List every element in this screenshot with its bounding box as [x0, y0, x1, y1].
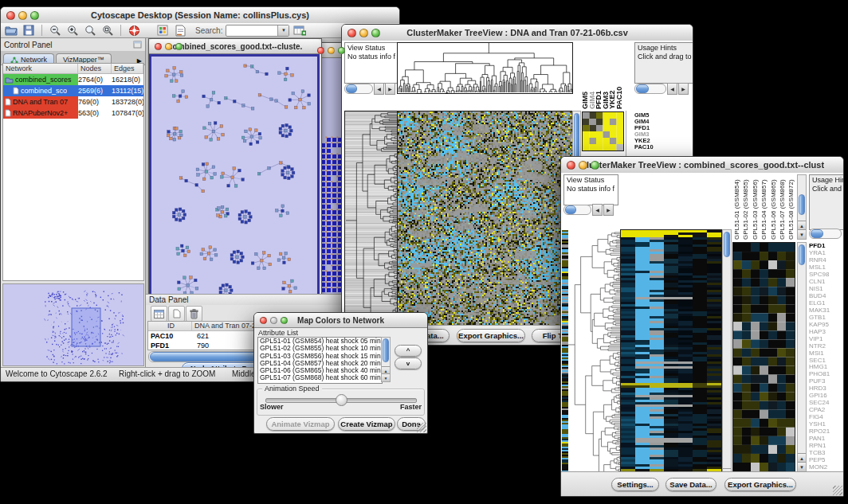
table-row[interactable]: DNA and Tran 07 769(0) 183728(0) — [3, 96, 143, 107]
network-overview-panel[interactable] — [2, 283, 144, 366]
attribute-select-button[interactable] — [151, 306, 167, 322]
zoom-icon[interactable] — [281, 317, 288, 324]
scroll-down-icon[interactable]: ▼ — [798, 229, 806, 239]
close-icon[interactable] — [347, 29, 356, 37]
move-up-button[interactable]: ^ — [395, 345, 422, 357]
minimize-icon[interactable] — [328, 47, 335, 54]
close-icon[interactable] — [155, 43, 162, 50]
settings-button[interactable]: Settings... — [611, 478, 659, 491]
usage-hints-scrollbar[interactable]: ◀ ▶ — [634, 83, 689, 95]
attribute-list-vscrollbar[interactable]: ▲ ▼ — [381, 337, 391, 382]
gene-labels[interactable]: PFD1YRA1RNR4MSL1SPC98CLN1NIS1BUD4ELG1MAK… — [809, 242, 842, 471]
view-status-scrollbar[interactable]: ◀ ▶ — [563, 204, 614, 216]
close-icon[interactable] — [260, 317, 267, 324]
scroll-left-icon[interactable]: ◀ — [667, 83, 677, 95]
network-table-header[interactable]: Network Nodes Edges — [3, 64, 143, 74]
zoom-icon[interactable] — [338, 47, 345, 54]
network-view-titlebar[interactable]: combined_scores_good.txt--cluste... — [149, 39, 321, 54]
new-attribute-button[interactable] — [168, 306, 185, 322]
main-titlebar[interactable]: Cytoscape Desktop (Session Name: collins… — [1, 7, 399, 24]
scroll-down-icon[interactable]: ▼ — [798, 462, 806, 471]
table-row[interactable]: RNAPuberNov2+ 563(0) 107847(0) — [3, 107, 143, 119]
minimize-icon[interactable] — [579, 161, 587, 170]
scroll-left-icon[interactable]: ◀ — [592, 204, 603, 216]
column-labels-vscrollbar[interactable]: ▲ ▼ — [797, 174, 807, 240]
gene-dendrogram-canvas[interactable] — [344, 111, 398, 326]
zoom-icon[interactable] — [30, 11, 39, 20]
scroll-right-icon[interactable]: ▶ — [603, 204, 614, 216]
create-vizmap-button[interactable]: Create Vizmap — [338, 417, 395, 431]
resize-grip[interactable] — [417, 423, 426, 432]
gene-dendrogram-canvas[interactable] — [568, 230, 620, 472]
heatmap-canvas[interactable] — [620, 229, 722, 472]
column-labels[interactable]: GPL51-01 (GSM854)GPL51-02 (GSM855)GPL51-… — [732, 174, 796, 240]
save-data-button[interactable]: Save Data... — [665, 478, 716, 491]
import-table-button[interactable] — [292, 24, 307, 37]
zoom-icon[interactable] — [371, 29, 380, 37]
gene-labels[interactable]: GIM5GIM4PFD1GIM3YKE2PAC10 — [634, 112, 682, 150]
scrollbar-thumb[interactable] — [383, 338, 389, 362]
minimize-icon[interactable] — [270, 317, 277, 324]
scroll-left-icon[interactable]: ◀ — [374, 83, 384, 95]
usage-hints-scrollbar[interactable] — [809, 229, 842, 239]
search-input[interactable]: ▼ — [226, 25, 289, 37]
open-session-button[interactable] — [4, 24, 18, 37]
treeview1-titlebar[interactable]: ClusterMaker TreeView : DNA and Tran 07-… — [342, 25, 693, 41]
animate-vizmap-button[interactable]: Animate Vizmap — [266, 417, 335, 431]
zoom-in-button[interactable] — [65, 24, 80, 37]
table-row-selected[interactable]: combined_sco 2569(6) 13112(15) — [3, 85, 143, 96]
zoom-icon[interactable] — [175, 43, 183, 50]
zoom-heatmap-canvas[interactable] — [732, 242, 795, 472]
move-down-button[interactable]: v — [395, 357, 422, 369]
slider-thumb[interactable] — [336, 394, 347, 406]
minimize-icon[interactable] — [165, 43, 172, 50]
scroll-down-icon[interactable]: ▼ — [382, 373, 390, 381]
column-dendrogram-canvas[interactable] — [397, 42, 573, 94]
scrollbar-thumb[interactable] — [574, 113, 579, 159]
zoom-out-button[interactable] — [48, 24, 62, 37]
network-view-window[interactable]: combined_scores_good.txt--cluste... — [148, 38, 322, 294]
table-row[interactable]: combined_scores 2764(0) 16218(0) — [3, 74, 143, 85]
treeview2-titlebar[interactable]: ClusterMaker TreeView : combined_scores_… — [561, 157, 843, 174]
delete-attribute-button[interactable] — [186, 306, 202, 322]
heatmap-vscrollbar[interactable]: ▲ ▼ — [722, 229, 732, 472]
view-status-scrollbar[interactable]: ◀ ▶ — [344, 83, 395, 95]
scrollbar-thumb[interactable] — [799, 244, 805, 265]
export-graphics-button[interactable]: Export Graphics... — [724, 478, 796, 491]
attribute-item[interactable]: GPL51-07 (GSM868) heat shock 60 min — [258, 374, 382, 381]
scrollbar-thumb[interactable] — [799, 194, 805, 215]
minimize-icon[interactable] — [18, 11, 27, 20]
close-icon[interactable] — [6, 11, 15, 20]
help-button[interactable] — [127, 24, 141, 37]
heatmap-canvas[interactable] — [397, 111, 573, 326]
scrollbar-thumb[interactable] — [565, 205, 576, 214]
float-panel-icon[interactable] — [133, 41, 142, 49]
zoom-heatmap-canvas[interactable] — [582, 111, 624, 151]
close-icon[interactable] — [567, 161, 575, 170]
vizmapper-button[interactable] — [155, 24, 170, 37]
minimize-icon[interactable] — [359, 29, 368, 37]
dialog-titlebar[interactable]: Map Colors to Network — [254, 313, 427, 328]
save-session-button[interactable] — [22, 24, 36, 37]
zoom-icon[interactable] — [591, 161, 599, 170]
resize-grip[interactable] — [833, 486, 842, 495]
gene-label: PHO81 — [809, 370, 842, 377]
zoom-selected-button[interactable] — [100, 24, 115, 37]
scrollbar-thumb[interactable] — [346, 84, 357, 93]
attribute-listbox[interactable]: GPL51-01 (GSM854) heat shock 05 minGPL51… — [257, 337, 383, 384]
network-view-canvas[interactable] — [151, 57, 317, 294]
zoom-vscrollbar[interactable]: ▲ ▼ — [797, 242, 807, 472]
scroll-right-icon[interactable]: ▶ — [678, 83, 689, 95]
scrollbar-thumb[interactable] — [811, 229, 823, 238]
zoom-fit-button[interactable] — [83, 24, 97, 37]
annotation-button[interactable] — [173, 24, 187, 37]
export-graphics-button[interactable]: Export Graphics... — [457, 329, 525, 342]
scrollbar-thumb[interactable] — [724, 232, 730, 257]
search-dropdown-icon[interactable]: ▼ — [277, 25, 289, 36]
network-overview-canvas[interactable] — [3, 284, 143, 365]
scroll-right-icon[interactable]: ▶ — [385, 83, 395, 95]
scrollbar-thumb[interactable] — [636, 84, 649, 93]
close-icon[interactable] — [317, 47, 324, 54]
column-labels[interactable]: GIM5GIM4PFD1GIM3YKE2PAC10 — [582, 42, 625, 109]
global-overview-strip[interactable] — [562, 230, 568, 472]
